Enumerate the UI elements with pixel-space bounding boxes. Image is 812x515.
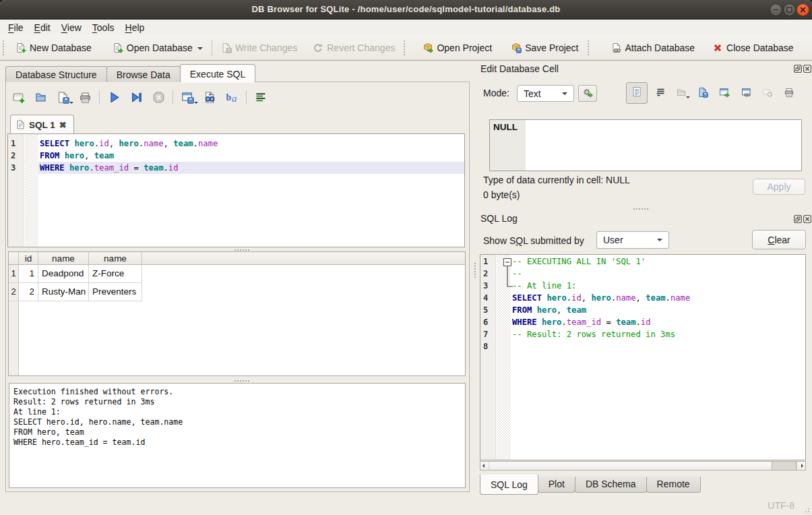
minimize-button[interactable] [770,3,782,16]
tab-browse-data[interactable]: Browse Data [106,66,181,82]
menu-tools[interactable]: Tools [87,21,120,34]
table-cell[interactable]: 1 [19,265,38,283]
dock-tab-plot[interactable]: Plot [538,477,575,493]
menu-help[interactable]: Help [120,21,150,34]
stop-execution-button[interactable] [148,88,168,106]
close-database-button[interactable]: Close Database [706,39,800,57]
editor-table-splitter[interactable] [234,248,250,251]
close-button[interactable] [797,3,809,16]
execute-line-button[interactable] [126,88,146,106]
find-button[interactable] [199,88,220,106]
edit-cell-close-icon[interactable] [803,63,811,71]
table-cell[interactable]: Z-Force [89,265,142,283]
cell-type-text: Type of data currently in cell: NULL [483,175,630,185]
table-cell[interactable]: Preventers [89,283,142,301]
print-sql-button[interactable] [75,88,95,106]
cell-editor[interactable]: NULL [489,119,802,171]
write-changes-button[interactable]: Write Changes [215,39,303,57]
dropdown-caret-icon[interactable] [197,47,203,53]
word-wrap-cell-icon [655,87,666,100]
dropdown-caret-icon[interactable] [69,102,73,106]
right-dock: Edit Database Cell Mode: Text NULL Type … [470,61,812,493]
scrollbar-left-arrow[interactable] [480,462,489,470]
revert-changes-button[interactable]: Revert Changes [307,39,401,57]
left-arrow-icon [482,464,485,468]
attach-database-button[interactable]: Attach Database [605,39,701,57]
open-database-button[interactable]: Open Database [106,39,209,57]
menu-edit[interactable]: Edit [29,21,56,34]
dock-tab-sql-log[interactable]: SQL Log [480,475,538,495]
toolbar-drag-handle[interactable] [2,40,5,56]
column-header-id[interactable]: id [19,252,38,264]
open-project-button[interactable]: Open Project [416,39,498,57]
toolbar-drag-handle[interactable] [403,40,406,56]
titlebar[interactable]: DB Browser for SQLite - /home/user/code/… [0,0,812,20]
sql-editor-tab[interactable]: SQL 1 ✖ [10,115,74,134]
row-header[interactable]: 2 [9,283,19,301]
mode-combobox[interactable]: Text [517,85,574,102]
dock-tab-db-schema[interactable]: DB Schema [575,477,647,493]
sql-log-float-icon[interactable] [794,214,802,222]
dock-splitter[interactable] [633,207,649,210]
fold-marker-icon[interactable] [503,258,514,291]
clear-log-button[interactable]: Clear [752,230,806,249]
edit-cell-dock-title: Edit Database Cell [480,63,559,74]
new-database-button[interactable]: New Database [9,39,98,57]
write-changes-icon [221,42,232,53]
save-cell-as-button[interactable] [695,86,711,102]
save-project-button[interactable]: Save Project [505,39,584,57]
execution-status-box[interactable]: Execution finished without errors.Result… [9,383,466,488]
sql-tab-close-icon[interactable]: ✖ [59,120,67,130]
word-wrap-button[interactable] [251,88,271,106]
toolbar-drag-handle[interactable] [587,40,590,56]
sql-log-filter-combobox[interactable]: User [596,231,669,249]
import-cell-button[interactable] [578,85,597,102]
sql-log-hscrollbar[interactable] [480,461,806,471]
export-results-button[interactable] [177,88,197,106]
sql-log-close-icon[interactable] [803,214,811,222]
export-cell-button[interactable] [716,86,732,102]
row-header[interactable]: 1 [9,265,19,283]
dropdown-caret-icon[interactable] [686,96,690,100]
apply-button[interactable]: Apply [753,179,805,195]
code-text: -- Result: 2 rows returned in 3ms [511,328,805,340]
scrollbar-right-arrow[interactable] [797,462,805,470]
menu-view[interactable]: View [56,21,87,34]
text-mode-button[interactable] [626,82,648,104]
tab-execute-sql[interactable]: Execute SQL [180,64,256,82]
sql-editor[interactable]: 1SELECT hero.id, hero.name, team.name2FR… [7,133,465,247]
resize-grip-icon[interactable] [802,505,811,514]
status-line: Result: 2 rows returned in 3ms [13,397,465,407]
maximize-button[interactable] [783,3,796,16]
table-status-splitter[interactable] [234,379,250,382]
sql-log-box[interactable]: 1-- EXECUTING ALL IN 'SQL 1'2--3-- At li… [480,254,806,460]
code-text [511,340,805,353]
column-header-name[interactable]: name [38,252,89,264]
table-cell[interactable]: 2 [19,283,38,301]
set-null-button[interactable] [759,86,776,102]
export-results-icon [181,91,194,104]
scrollbar-thumb[interactable] [772,462,797,470]
dock-tab-remote[interactable]: Remote [646,477,701,493]
encoding-indicator[interactable]: UTF-8 [768,500,794,511]
open-cell-file-button[interactable] [673,86,689,102]
line-number: 6 [480,316,497,328]
table-corner-cell[interactable] [9,252,19,264]
table-cell[interactable]: Rusty-Man [38,283,89,301]
toolbar-button-label: Open Database [127,42,193,53]
copy-link-button[interactable] [739,86,755,102]
menu-file[interactable]: File [3,21,29,34]
column-header-name[interactable]: name [89,252,142,264]
tab-database-structure[interactable]: Database Structure [5,66,107,82]
dropdown-caret-icon[interactable] [194,102,198,106]
save-sql-file-button[interactable] [53,88,73,106]
word-wrap-cell-button[interactable] [652,86,668,102]
execute-all-button[interactable] [104,88,124,106]
table-cell[interactable]: Deadpond [38,265,89,283]
results-table[interactable]: idnamename11DeadpondZ-Force22Rusty-ManPr… [8,251,466,376]
edit-cell-float-icon[interactable] [794,63,802,71]
new-sql-tab-button[interactable] [8,88,28,106]
format-sql-button[interactable]: ba [222,88,242,106]
print-cell-button[interactable] [781,86,797,102]
open-sql-file-button[interactable] [30,88,51,106]
